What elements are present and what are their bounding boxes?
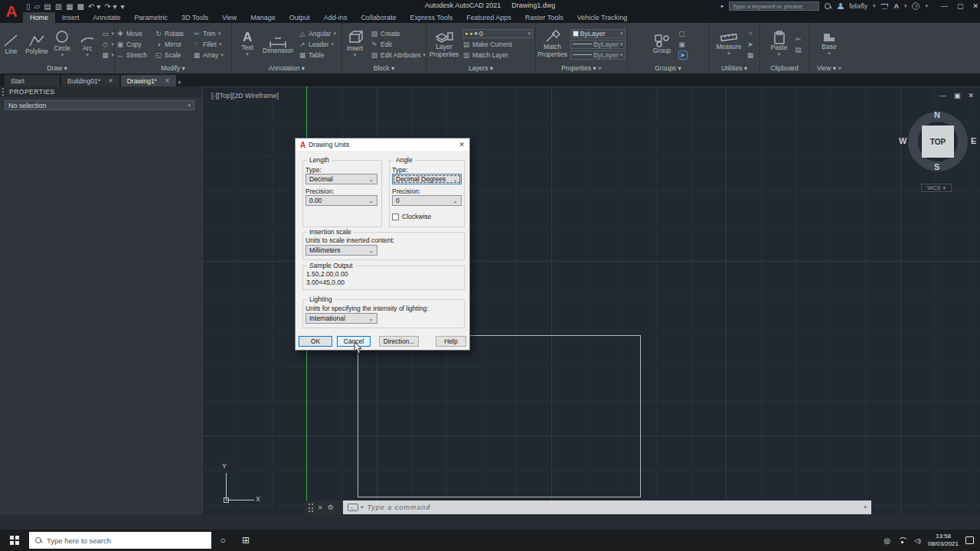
linetype-dropdown[interactable]: ByLayer▾ [570,51,626,60]
palette-title[interactable]: PROPERTIES [0,86,202,97]
wcs-dropdown[interactable]: WCS▾ [921,184,952,192]
close-tab-icon[interactable]: ✕ [108,77,113,84]
ribbon-tab-express-tools[interactable]: Express Tools [403,12,459,23]
file-tab-start[interactable]: Start [5,75,60,86]
base-button[interactable]: Base▾ [817,31,841,57]
table-button[interactable]: ▦Table [299,51,336,60]
viewcube-east[interactable]: E [971,136,976,145]
panel-label-clipboard[interactable]: Clipboard [760,64,808,73]
action-center-icon[interactable] [965,536,974,544]
text-button[interactable]: AText▾ [237,31,257,57]
viewport-restore-icon[interactable]: ▣ [954,92,961,99]
viewport-controls-label[interactable]: [-][Top][2D Wireframe] [211,92,279,99]
selection-dropdown[interactable]: No selection▾ [5,100,194,110]
arc-button[interactable]: Arc▾ [77,30,99,58]
hatch-flyout-button[interactable]: ▦▾ [102,51,115,60]
keyword-search-input[interactable]: Type a keyword or phrase [729,2,819,11]
trim-button[interactable]: ✂Trim▾ [193,29,230,38]
match-properties-button[interactable]: Match Properties [538,30,567,58]
edit-button[interactable]: ✎Edit [371,40,426,49]
array-button[interactable]: ▦Array▾ [193,51,230,60]
quick-calc-icon[interactable]: ▦ [746,51,754,60]
ribbon-tab-output[interactable]: Output [283,12,317,23]
ungroup-icon[interactable]: ▢ [678,29,688,38]
command-close-icon[interactable]: ✕ [318,504,323,511]
user-menu-chevron-icon[interactable]: ▾ [873,3,876,9]
id-point-icon[interactable]: ⌗ [746,29,754,38]
panel-label-block[interactable]: Block ▾ [342,64,426,73]
ribbon-tab-parametric[interactable]: Parametric [128,12,175,23]
ribbon-tab-home[interactable]: Home [23,12,55,23]
viewcube-top-face[interactable]: TOP [922,126,954,158]
copy-button[interactable]: ▣Copy [116,40,153,49]
match-layer-button[interactable]: ▥Match Layer [462,51,533,60]
ribbon-tab-featured-apps[interactable]: Featured Apps [459,12,518,23]
viewport-close-icon[interactable]: ✕ [968,92,974,99]
command-window-handle[interactable]: ✕ ⚙ [305,500,343,514]
stretch-button[interactable]: ↔Stretch [116,51,153,60]
cut-icon[interactable]: ✂ [795,34,802,44]
make-current-button[interactable]: ▤Make Current [462,40,533,49]
move-button[interactable]: ✚Move [116,29,153,38]
lighting-units-dropdown[interactable]: International⌄ [305,313,377,324]
lineweight-dropdown[interactable]: ByLayer▾ [570,40,626,49]
dialog-title-bar[interactable]: A Drawing Units ✕ [296,139,469,151]
start-button[interactable] [0,530,29,551]
fillet-button[interactable]: ◜Fillet▾ [193,40,230,49]
taskbar-clock[interactable]: 13:58 08/03/2021 [928,533,959,548]
direction-button[interactable]: Direction... [379,336,419,347]
viewport-minimize-icon[interactable]: — [939,92,946,99]
layer-dropdown[interactable]: ●●■ 0▾ [462,29,533,38]
copy-clip-icon[interactable]: ▤ [795,45,802,54]
panel-label-utilities[interactable]: Utilities ▾ [709,64,760,73]
polyline-button[interactable]: Polyline [25,33,48,55]
restore-button[interactable]: ▢ [957,2,964,10]
clockwise-checkbox[interactable]: Clockwise [392,213,431,220]
drag-grip-icon[interactable] [309,504,313,512]
angle-type-dropdown[interactable]: Decimal Degrees⌄ [392,174,462,184]
edit-attributes-button[interactable]: ▨Edit Attributes▾ [371,51,426,60]
help-button[interactable]: Help [436,336,466,347]
customize-gear-icon[interactable]: ⚙ [328,504,334,511]
viewcube-north[interactable]: N [934,110,940,119]
minimize-button[interactable]: — [941,2,948,10]
wifi-icon[interactable] [897,536,907,544]
cortana-button[interactable]: ○ [211,530,234,551]
panel-label-view[interactable]: View ▾ » [809,64,849,73]
help-icon[interactable]: ? [912,2,920,10]
dimension-button[interactable]: Dimension [260,34,296,54]
object-color-dropdown[interactable]: ByLayer▾ [570,29,626,38]
dialog-close-button[interactable]: ✕ [459,141,465,148]
create-button[interactable]: ▧Create [371,29,426,38]
ellipse-flyout-button[interactable]: ◇▾ [102,40,115,49]
viewcube-west[interactable]: W [899,136,906,145]
ribbon-tab-vehicle-tracking[interactable]: Vehicle Tracking [570,12,635,23]
line-button[interactable]: Line [0,33,22,55]
mirror-button[interactable]: ◑Mirror [155,40,191,49]
search-icon[interactable] [825,3,831,10]
close-button[interactable]: ✕ [972,2,978,10]
rotate-button[interactable]: ↻Rotate [155,29,191,38]
close-tab-icon[interactable]: ✕ [165,77,170,84]
autodesk-a-menu[interactable]: A [893,2,899,10]
command-history-chevron-icon[interactable]: ▾ [864,504,867,510]
angle-precision-dropdown[interactable]: 0⌄ [392,195,462,206]
ribbon-tab-collaborate[interactable]: Collaborate [354,12,403,23]
help-chevron-icon[interactable]: ▾ [925,3,928,9]
ribbon-tab-view[interactable]: View [215,12,243,23]
paste-button[interactable]: Paste▾ [767,31,792,57]
angular-button[interactable]: △Angular▾ [299,29,336,38]
group-edit-icon[interactable]: ▣ [678,40,688,49]
volume-icon[interactable]: ◁) [914,537,921,544]
task-view-button[interactable]: ⊞ [234,530,257,551]
command-input[interactable]: ›_ ▾ Type a command ▾ [343,500,871,514]
a-menu-chevron-icon[interactable]: ▾ [904,3,907,9]
recent-commands-chevron-icon[interactable]: ▾ [361,504,364,510]
insert-block-button[interactable]: Insert▾ [342,30,368,58]
quick-select-tool-icon[interactable]: ➤ [746,40,754,49]
ok-button[interactable]: OK [299,336,332,347]
autocad-logo[interactable]: A [0,0,23,23]
circle-button[interactable]: Circle▾ [51,30,74,58]
measure-button[interactable]: Measure▾ [714,31,743,57]
signed-in-user[interactable]: felixfly [849,2,867,10]
